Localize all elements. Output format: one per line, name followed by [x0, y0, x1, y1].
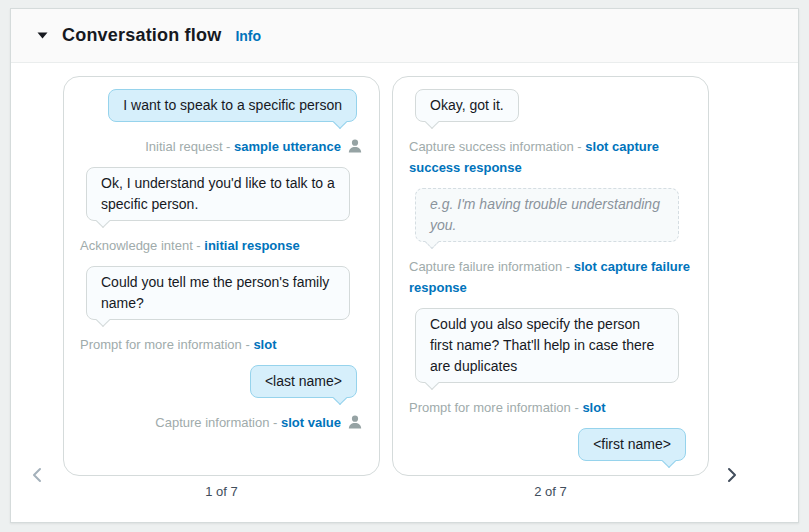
person-icon	[347, 138, 363, 154]
message-bot: Ok, I understand you'd like to talk to a…	[80, 167, 363, 256]
caption-link[interactable]: slot	[582, 400, 605, 415]
conversation-flow-card: Conversation flow Info I want to speak t…	[10, 8, 799, 523]
pagination-prev-area	[11, 76, 63, 499]
user-message-bubble[interactable]: <last name>	[250, 365, 357, 398]
message-caption: Capture information - slot value	[155, 412, 363, 433]
message-caption: Capture success information - slot captu…	[409, 136, 692, 178]
caption-label: Capture success information -	[409, 139, 585, 154]
conversation-page-2: Okay, got it. Capture success informatio…	[392, 76, 709, 499]
chevron-left-icon	[30, 466, 44, 487]
message-bot: Okay, got it. Capture success informatio…	[409, 89, 692, 178]
chevron-right-icon	[725, 466, 739, 487]
caret-down-icon	[37, 32, 48, 39]
message-user: <last name> Capture information - slot v…	[80, 365, 363, 433]
caption-link[interactable]: slot value	[281, 415, 341, 430]
section-header: Conversation flow Info	[11, 9, 798, 63]
bot-example-bubble[interactable]: e.g. I'm having trouble understanding yo…	[415, 188, 679, 242]
conversation-page-1: I want to speak to a specific person Ini…	[63, 76, 380, 499]
person-icon	[347, 414, 363, 430]
bot-message-bubble[interactable]: Okay, got it.	[415, 89, 519, 122]
page-indicator: 2 of 7	[392, 484, 709, 499]
caption-label: Prompt for more information -	[80, 337, 253, 352]
message-caption: Acknowledge intent - initial response	[80, 235, 300, 256]
conversation-flow-section: Conversation flow Info I want to speak t…	[0, 0, 809, 532]
message-caption: Capture failure information - slot captu…	[409, 256, 692, 298]
caption-link[interactable]: slot	[253, 337, 276, 352]
caption-label: Capture failure information -	[409, 259, 574, 274]
message-user: I want to speak to a specific person Ini…	[80, 89, 363, 157]
caption-link[interactable]: sample utterance	[234, 139, 341, 154]
conversation-panel: Okay, got it. Capture success informatio…	[392, 76, 709, 476]
page-indicator: 1 of 7	[63, 484, 380, 499]
collapse-section-button[interactable]	[33, 28, 52, 43]
message-caption: Prompt for more information - slot	[80, 334, 277, 355]
caption-label: Capture information -	[155, 415, 281, 430]
info-link[interactable]: Info	[235, 28, 261, 44]
bot-message-bubble[interactable]: Could you also specify the person first …	[415, 308, 679, 383]
message-user: <first name> Capture information - slot …	[409, 428, 692, 476]
user-message-bubble[interactable]: <first name>	[578, 428, 686, 461]
bot-message-bubble[interactable]: Could you tell me the person's family na…	[86, 266, 350, 320]
message-caption: Prompt for more information - slot	[409, 397, 606, 418]
caption-link[interactable]: initial response	[204, 238, 299, 253]
caption-label: Acknowledge intent -	[80, 238, 204, 253]
caption-label: Prompt for more information -	[409, 400, 582, 415]
pagination-next-area	[709, 76, 798, 499]
next-page-button[interactable]	[723, 464, 741, 489]
section-title: Conversation flow	[62, 25, 221, 46]
message-bot-example: e.g. I'm having trouble understanding yo…	[409, 188, 692, 298]
user-message-bubble[interactable]: I want to speak to a specific person	[108, 89, 357, 122]
conversation-panel: I want to speak to a specific person Ini…	[63, 76, 380, 476]
message-caption: Capture information - slot value	[484, 475, 692, 476]
caption-label: Initial request -	[145, 139, 234, 154]
message-bot: Could you tell me the person's family na…	[80, 266, 363, 355]
conversation-flow-body: I want to speak to a specific person Ini…	[11, 63, 798, 499]
bot-message-bubble[interactable]: Ok, I understand you'd like to talk to a…	[86, 167, 350, 221]
message-caption: Initial request - sample utterance	[145, 136, 363, 157]
message-bot: Could you also specify the person first …	[409, 308, 692, 418]
previous-page-button[interactable]	[28, 464, 46, 489]
